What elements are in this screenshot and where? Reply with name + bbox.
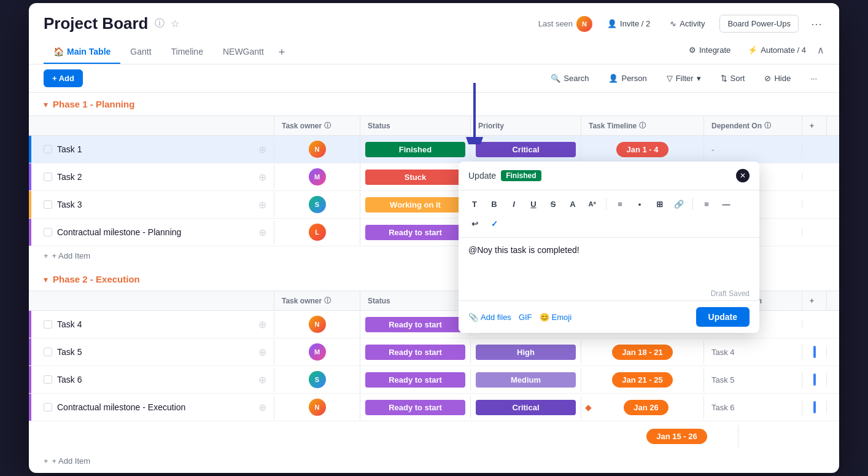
contractual-exec-checkbox[interactable] <box>44 403 52 412</box>
col2-add[interactable]: + <box>802 291 827 310</box>
board-powerups-button[interactable]: Board Power-Ups <box>719 15 799 33</box>
collapse-button[interactable]: ∧ <box>817 44 824 56</box>
add-button[interactable]: + Add <box>44 69 83 87</box>
emoji-button[interactable]: 😊 Emoji <box>540 313 572 322</box>
sort-button[interactable]: ⇅ Sort <box>713 70 753 87</box>
task5-add-icon[interactable]: ⊕ <box>258 346 266 358</box>
filter-button[interactable]: ▽ Filter ▾ <box>659 70 708 87</box>
toolbar-underline-btn[interactable]: U <box>525 195 542 213</box>
toolbar-ul-btn[interactable]: • <box>631 195 648 213</box>
task4-checkbox[interactable] <box>44 320 52 329</box>
task2-status[interactable]: Stuck <box>360 166 471 189</box>
add-files-button[interactable]: 📎 Add files <box>468 313 511 322</box>
toolbar-table-btn[interactable]: ⊞ <box>651 195 668 213</box>
tab-main-table[interactable]: 🏠 Main Table <box>44 41 120 64</box>
phase1-collapse-icon[interactable]: ▾ <box>44 99 48 109</box>
add-item-plus2: + <box>44 456 48 466</box>
contractual-plan-add-icon[interactable]: ⊕ <box>258 227 266 238</box>
toolbar-text-btn[interactable]: T <box>466 195 483 213</box>
task6-add-icon[interactable]: ⊕ <box>258 374 266 386</box>
toolbar-strike-btn[interactable]: S <box>544 195 562 213</box>
task2-name: Task 2 <box>57 172 82 182</box>
tab-timeline[interactable]: Timeline <box>161 41 213 64</box>
task3-status[interactable]: Working on it <box>360 193 471 216</box>
toolbar-line-btn[interactable]: — <box>718 195 735 213</box>
more-menu-button[interactable]: ⋯ <box>808 15 824 33</box>
gif-button[interactable]: GIF <box>519 313 532 322</box>
task5-priority[interactable]: High <box>471 341 581 364</box>
popup-content[interactable]: @Noy this task is completed! <box>459 238 759 287</box>
row-accent-bar <box>29 163 31 190</box>
contractual-exec-owner: N <box>274 394 360 421</box>
contractual-plan-checkbox[interactable] <box>44 228 52 236</box>
info-icon-dependent: ⓘ <box>764 121 771 130</box>
toolbar-undo-btn[interactable]: ↩ <box>466 215 483 232</box>
sort-icon: ⇅ <box>721 74 727 83</box>
task1-status[interactable]: Finished <box>360 138 471 161</box>
task1-checkbox[interactable] <box>44 145 52 154</box>
task4-status[interactable]: Ready to start <box>360 313 471 336</box>
task6-status-badge: Ready to start <box>365 372 465 388</box>
contractual-exec-timeline[interactable]: ◆ Jan 26 <box>581 396 704 419</box>
contractual-exec-name: Contractual milestone - Execution <box>57 402 185 412</box>
task5-checkbox[interactable] <box>44 348 52 356</box>
contractual-exec-priority[interactable]: Critical <box>471 396 581 419</box>
task5-timeline[interactable]: Jan 18 - 21 <box>581 341 704 364</box>
activity-button[interactable]: ∿ Activity <box>665 17 710 31</box>
hide-button[interactable]: ⊘ Hide <box>757 70 798 87</box>
task1-priority[interactable]: Critical <box>471 138 581 161</box>
task6-priority[interactable]: Medium <box>471 369 581 391</box>
task6-timeline[interactable]: Jan 21 - 25 <box>581 369 704 391</box>
contractual-exec-add-icon[interactable]: ⊕ <box>258 402 266 413</box>
task5-status[interactable]: Ready to start <box>360 341 471 364</box>
contractual-plan-status[interactable]: Ready to start <box>360 221 471 244</box>
task6-status[interactable]: Ready to start <box>360 369 471 391</box>
add-item-plus: + <box>44 251 48 260</box>
more-options-button[interactable]: ··· <box>803 70 824 87</box>
task1-name: Task 1 <box>57 144 82 154</box>
task1-timeline[interactable]: Jan 1 - 4 <box>581 138 704 161</box>
star-icon[interactable]: ☆ <box>171 18 179 29</box>
col-timeline: Task Timeline ⓘ <box>581 116 704 135</box>
col-priority: Priority <box>471 116 581 135</box>
tab-newgantt[interactable]: NEWGantt <box>213 41 274 64</box>
task1-add-icon[interactable]: ⊕ <box>258 144 266 155</box>
tab-gantt[interactable]: Gantt <box>120 41 161 64</box>
task6-checkbox[interactable] <box>44 375 52 384</box>
info-icon[interactable]: ⓘ <box>155 17 165 30</box>
search-button[interactable]: 🔍 Search <box>543 70 596 87</box>
contractual-exec-status[interactable]: Ready to start <box>360 396 471 419</box>
col2-task-owner: Task owner ⓘ <box>274 291 360 310</box>
toolbar-align-btn[interactable]: ≡ <box>698 195 715 213</box>
task2-checkbox[interactable] <box>44 173 52 181</box>
toolbar-bold-btn[interactable]: B <box>486 195 503 213</box>
toolbar-ol-btn[interactable]: ≡ <box>611 195 629 213</box>
tab-add-button[interactable]: + <box>274 41 290 64</box>
task6-timeline-badge: Jan 21 - 25 <box>612 372 673 388</box>
col-add[interactable]: + <box>802 116 827 135</box>
table-row: Task 6 ⊕ S Ready to start Medium Jan 21 … <box>29 366 839 394</box>
invite-button[interactable]: 👤 Invite / 2 <box>602 17 655 31</box>
task4-add-icon[interactable]: ⊕ <box>258 319 266 330</box>
task2-add-icon[interactable]: ⊕ <box>258 171 266 183</box>
filter-icon: ▽ <box>667 74 673 83</box>
toolbar-link-btn[interactable]: 🔗 <box>670 195 688 213</box>
update-button[interactable]: Update <box>696 307 750 327</box>
extra-timeline-badge: Jan 15 - 26 <box>646 429 707 444</box>
toolbar-font-color-btn[interactable]: A <box>564 195 581 213</box>
task3-add-icon[interactable]: ⊕ <box>258 199 266 211</box>
info-icon-timeline: ⓘ <box>639 121 646 130</box>
automate-button[interactable]: ⚡ Automate / 4 <box>742 42 812 58</box>
task4-name: Task 4 <box>57 319 82 329</box>
close-popup-button[interactable]: ✕ <box>736 169 750 182</box>
task6-name-cell: Task 6 ⊕ <box>29 368 274 392</box>
person-filter-button[interactable]: 👤 Person <box>601 70 654 87</box>
task3-checkbox[interactable] <box>44 200 52 209</box>
task5-name-cell: Task 5 ⊕ <box>29 340 274 364</box>
integrate-button[interactable]: ⚙ Integrate <box>683 42 737 58</box>
phase2-collapse-icon[interactable]: ▾ <box>44 275 48 284</box>
phase2-add-item[interactable]: + + Add Item <box>29 451 839 470</box>
toolbar-check-btn[interactable]: ✓ <box>486 215 503 232</box>
toolbar-italic-btn[interactable]: I <box>505 195 522 213</box>
toolbar-font-size-btn[interactable]: Aˣ <box>584 195 601 213</box>
